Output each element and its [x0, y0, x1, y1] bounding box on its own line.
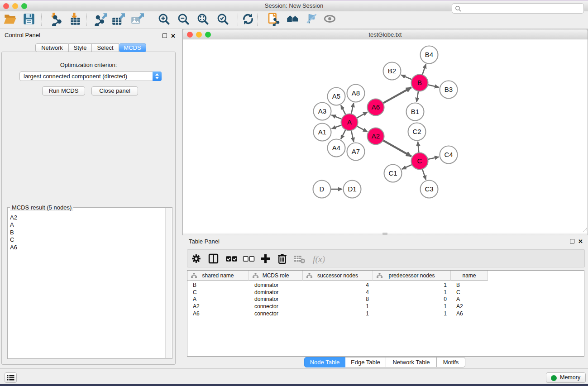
graph-node-C3[interactable]: C3	[421, 181, 438, 198]
columns-icon[interactable]	[207, 253, 220, 265]
edge-A-A8[interactable]	[351, 103, 354, 115]
column-header-MCDS-role[interactable]: MCDS role	[249, 271, 303, 281]
tab-mcds[interactable]: MCDS	[119, 43, 146, 52]
export-network-icon[interactable]	[94, 12, 108, 27]
table-cell[interactable]: 0	[373, 296, 447, 303]
edge-C-C1[interactable]	[402, 164, 413, 169]
table-cell[interactable]: 4	[303, 282, 369, 289]
graph-node-A7[interactable]: A7	[347, 143, 365, 161]
run-mcds-button[interactable]: Run MCDS	[42, 86, 85, 95]
edge-B-B3[interactable]	[427, 85, 439, 87]
network-graph[interactable]: AA6A2BCA5A8A3A1A4A7B2B4B3B1C2C4C1C3DD1	[183, 39, 588, 232]
graph-node-A1[interactable]: A1	[314, 124, 331, 141]
close-panel-button[interactable]: Close panel	[91, 86, 138, 95]
control-panel-close-icon[interactable]: ✕	[171, 33, 176, 39]
graph-node-A2[interactable]: A2	[368, 128, 384, 145]
graph-node-A5[interactable]: A5	[328, 88, 345, 105]
graph-node-B4[interactable]: B4	[421, 46, 438, 64]
mcds-result-item[interactable]: B	[8, 229, 165, 236]
tab-node-table[interactable]: Node Table	[304, 357, 345, 367]
table-cell[interactable]: A	[456, 296, 460, 303]
memory-button[interactable]: Memory	[546, 372, 586, 383]
graph-node-A3[interactable]: A3	[314, 103, 331, 120]
column-header-predecessor-nodes[interactable]: predecessor nodes	[373, 271, 451, 281]
table-cell[interactable]: 1	[373, 282, 447, 289]
delete-icon[interactable]	[276, 253, 289, 265]
zoom-fit-icon[interactable]	[196, 12, 210, 27]
home-icon[interactable]	[286, 12, 301, 27]
table-panel-close-icon[interactable]: ✕	[578, 239, 583, 244]
mcds-result-item[interactable]: A2	[8, 214, 165, 221]
graph-node-D[interactable]: D	[313, 181, 331, 198]
table-cell[interactable]: 8	[303, 296, 369, 303]
optimization-criterion-select[interactable]: largest connected component (directed)	[19, 71, 162, 81]
edge-A-A4[interactable]	[341, 129, 346, 139]
edge-B-B4[interactable]	[422, 64, 426, 76]
edge-A2-C[interactable]	[382, 140, 411, 157]
graph-node-A6[interactable]: A6	[368, 99, 384, 116]
edge-B-B1[interactable]	[416, 90, 418, 102]
node-table[interactable]: shared nameMCDS rolesuccessor nodesprede…	[187, 270, 584, 357]
import-table-icon[interactable]	[68, 12, 83, 27]
tab-network[interactable]: Network	[35, 43, 69, 52]
table-cell[interactable]: A2	[456, 303, 463, 310]
select-all-icon[interactable]	[225, 253, 238, 265]
search-input[interactable]	[452, 3, 584, 14]
table-cell[interactable]: 1	[373, 289, 447, 296]
edge-A-A7[interactable]	[351, 129, 354, 142]
edge-A-A3[interactable]	[331, 115, 342, 119]
table-cell[interactable]: A2	[193, 303, 200, 310]
table-cell[interactable]: dominator	[254, 296, 278, 303]
edge-A6-B[interactable]	[382, 87, 411, 104]
table-cell[interactable]: 1	[303, 303, 369, 310]
network-window-resize-thumb[interactable]	[382, 233, 387, 235]
graph-node-A[interactable]: A	[341, 114, 358, 131]
table-cell[interactable]: connector	[254, 310, 278, 318]
zoom-out-icon[interactable]	[177, 12, 191, 27]
add-icon[interactable]	[259, 253, 272, 265]
table-cell[interactable]: C	[193, 289, 197, 296]
tab-network-table[interactable]: Network Table	[386, 357, 437, 367]
edge-C-C2[interactable]	[418, 142, 419, 154]
graph-node-A4[interactable]: A4	[328, 139, 345, 157]
graph-node-C1[interactable]: C1	[384, 165, 402, 182]
zoom-in-icon[interactable]	[157, 12, 172, 27]
column-header-name[interactable]: name	[451, 271, 488, 281]
export-image-icon[interactable]	[130, 12, 145, 27]
table-panel-float-icon[interactable]	[570, 239, 574, 243]
mcds-result-item[interactable]: A	[8, 221, 165, 229]
mcds-result-item[interactable]: C	[8, 236, 165, 243]
table-cell[interactable]: A	[193, 296, 196, 303]
graph-node-C2[interactable]: C2	[408, 123, 426, 141]
edge-A-A1[interactable]	[332, 125, 343, 129]
table-cell[interactable]: dominator	[254, 282, 278, 289]
graph-node-B2[interactable]: B2	[383, 62, 401, 80]
unselect-all-icon[interactable]	[242, 253, 255, 265]
tab-select[interactable]: Select	[92, 43, 119, 52]
task-history-button[interactable]	[5, 372, 17, 383]
network-from-selection-icon[interactable]	[267, 12, 281, 27]
table-cell[interactable]: C	[456, 289, 460, 296]
edge-C-C3[interactable]	[422, 168, 426, 180]
table-cell[interactable]: 1	[373, 310, 447, 318]
table-cell[interactable]: 1	[303, 310, 369, 318]
graph-node-B[interactable]: B	[411, 75, 428, 91]
control-panel-float-icon[interactable]	[163, 33, 167, 38]
table-cell[interactable]: dominator	[254, 289, 278, 296]
graph-node-D1[interactable]: D1	[344, 181, 361, 198]
hide-flag-icon[interactable]	[305, 12, 320, 27]
table-cell[interactable]: A6	[456, 310, 463, 318]
edge-A-A6[interactable]	[356, 112, 367, 118]
edge-C-C4[interactable]	[427, 157, 439, 160]
open-file-icon[interactable]	[3, 12, 18, 27]
table-cell[interactable]: connector	[254, 303, 278, 310]
refresh-icon[interactable]	[241, 12, 256, 27]
tab-edge-table[interactable]: Edge Table	[345, 357, 386, 367]
column-header-successor-nodes[interactable]: successor nodes	[303, 271, 373, 281]
zoom-selected-icon[interactable]	[216, 12, 230, 27]
graph-node-A8[interactable]: A8	[347, 85, 365, 102]
table-cell[interactable]: B	[193, 282, 196, 289]
tab-style[interactable]: Style	[69, 43, 92, 52]
import-network-icon[interactable]	[48, 12, 62, 27]
edge-A-A5[interactable]	[341, 105, 346, 116]
